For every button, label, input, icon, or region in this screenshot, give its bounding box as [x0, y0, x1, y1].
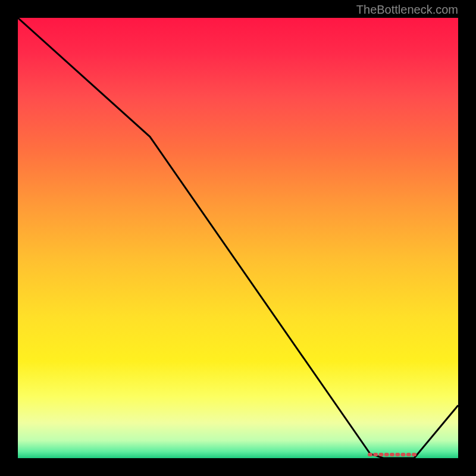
- svg-rect-3: [384, 453, 389, 456]
- chart-markers: [368, 453, 416, 456]
- watermark-text: TheBottleneck.com: [356, 3, 458, 17]
- svg-rect-2: [379, 453, 384, 456]
- svg-rect-6: [401, 453, 406, 456]
- svg-rect-7: [406, 453, 411, 456]
- svg-rect-5: [395, 453, 400, 456]
- svg-rect-4: [390, 453, 394, 456]
- svg-rect-8: [412, 453, 416, 456]
- chart-background: [18, 18, 458, 458]
- bottleneck-chart: [18, 18, 458, 458]
- svg-rect-1: [373, 453, 378, 456]
- svg-rect-0: [368, 453, 372, 456]
- chart-svg: [18, 18, 458, 458]
